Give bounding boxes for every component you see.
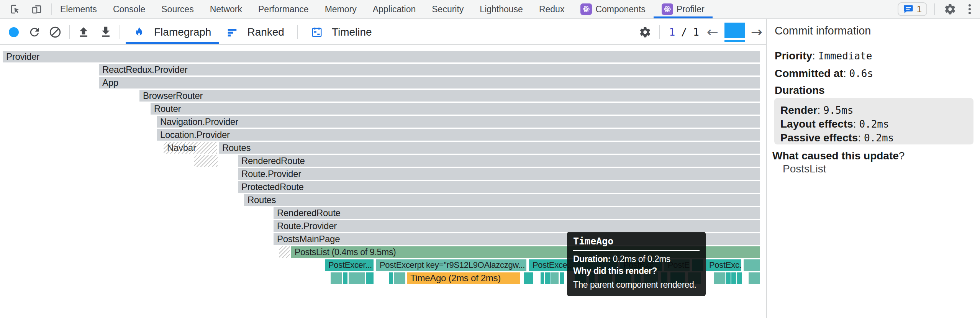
flame-bar-browserrouter[interactable]: BrowserRouter bbox=[139, 90, 760, 102]
flame-bar-renderedroute[interactable]: RenderedRoute bbox=[238, 155, 760, 167]
flame-bar-locationprovider[interactable]: Location.Provider bbox=[157, 129, 760, 141]
flame-bar[interactable] bbox=[279, 246, 290, 258]
flame-bar[interactable] bbox=[545, 272, 551, 284]
flame-bar[interactable] bbox=[349, 272, 365, 284]
tooltip-why: Why did this render? bbox=[573, 265, 700, 277]
flame-bar[interactable] bbox=[737, 272, 742, 284]
flame-bar-routes[interactable]: Routes bbox=[219, 142, 760, 154]
flame-bar-postexc[interactable]: PostExc... bbox=[706, 259, 741, 271]
flame-bar-reactreduxprovider[interactable]: ReactRedux.Provider bbox=[99, 64, 760, 75]
flame-bar[interactable] bbox=[194, 155, 218, 167]
flame-bar[interactable] bbox=[331, 272, 342, 284]
settings-gear-icon[interactable] bbox=[942, 1, 959, 18]
durations-heading: Durations bbox=[775, 84, 825, 97]
flame-bar-postexcerpt[interactable]: PostExcerpt key="r9S12L9OAlazczgw... bbox=[376, 259, 526, 271]
commit-info-panel: Commit information Priority: Immediate C… bbox=[767, 19, 980, 318]
more-options-icon[interactable] bbox=[965, 3, 974, 16]
tooltip-component-name: TimeAgo bbox=[573, 236, 700, 247]
flame-bar-provider[interactable]: Provider bbox=[3, 51, 760, 62]
flame-bar[interactable] bbox=[749, 272, 760, 284]
flame-bar-routeprovider[interactable]: Route.Provider bbox=[238, 168, 760, 180]
flame-bar-postexcer[interactable]: PostExcer... bbox=[325, 259, 374, 271]
flame-bar[interactable] bbox=[726, 272, 731, 284]
flame-bar[interactable] bbox=[524, 272, 533, 284]
flame-bar-protectedroute[interactable]: ProtectedRoute bbox=[238, 181, 760, 193]
cause-component[interactable]: PostsList bbox=[783, 163, 826, 175]
flame-bar[interactable] bbox=[551, 272, 559, 284]
flame-bar[interactable] bbox=[366, 272, 374, 284]
flame-bar[interactable] bbox=[560, 272, 564, 284]
duration-row: Passive effects: 0.2ms bbox=[780, 131, 967, 145]
flame-bar[interactable] bbox=[714, 272, 725, 284]
durations-box: Render: 9.5msLayout effects: 0.2msPassiv… bbox=[774, 98, 973, 144]
console-messages-badge[interactable]: 1 bbox=[898, 2, 927, 16]
duration-row: Render: 9.5ms bbox=[780, 103, 967, 117]
flame-bar[interactable] bbox=[541, 272, 544, 284]
priority-row: Priority: Immediate bbox=[775, 50, 872, 62]
flame-bar[interactable] bbox=[394, 272, 405, 284]
flame-bar-renderedroute[interactable]: RenderedRoute bbox=[274, 207, 760, 219]
flame-bar-routeprovider[interactable]: Route.Provider bbox=[274, 220, 760, 232]
flame-bar[interactable] bbox=[389, 272, 393, 284]
message-bubble-icon bbox=[903, 4, 914, 15]
what-caused-heading: What caused this update? bbox=[772, 150, 905, 162]
tooltip-duration: Duration: 0.2ms of 0.2ms bbox=[573, 253, 700, 265]
flame-bar-navbar[interactable]: Navbar bbox=[164, 142, 217, 154]
commit-info-title: Commit information bbox=[775, 25, 871, 37]
tooltip-why-answer: The parent component rendered. bbox=[573, 279, 700, 291]
flame-bar-navigationprovider[interactable]: Navigation.Provider bbox=[157, 116, 760, 128]
flame-bar-timeago[interactable]: TimeAgo (2ms of 2ms) bbox=[407, 272, 520, 284]
issues-count: 1 bbox=[917, 4, 922, 15]
flame-bar[interactable] bbox=[343, 272, 347, 284]
flame-bar-router[interactable]: Router bbox=[151, 103, 760, 115]
flame-bar-routes[interactable]: Routes bbox=[244, 194, 760, 206]
duration-row: Layout effects: 0.2ms bbox=[780, 117, 967, 131]
committed-at-row: Committed at: 0.6s bbox=[775, 67, 873, 80]
flame-bar[interactable] bbox=[744, 259, 760, 271]
tooltip-divider bbox=[573, 250, 700, 251]
flame-bar-app[interactable]: App bbox=[99, 77, 760, 89]
flame-bar[interactable] bbox=[731, 272, 736, 284]
divider bbox=[934, 3, 935, 15]
flame-tooltip: TimeAgo Duration: 0.2ms of 0.2ms Why did… bbox=[567, 232, 706, 296]
